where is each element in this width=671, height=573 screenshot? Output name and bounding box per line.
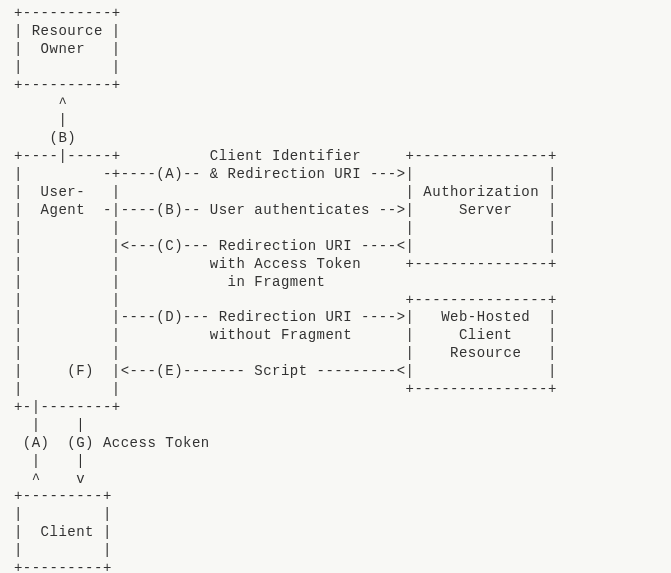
oauth-implicit-flow-diagram: +----------+ | Resource | | Owner | | | … xyxy=(5,5,666,573)
